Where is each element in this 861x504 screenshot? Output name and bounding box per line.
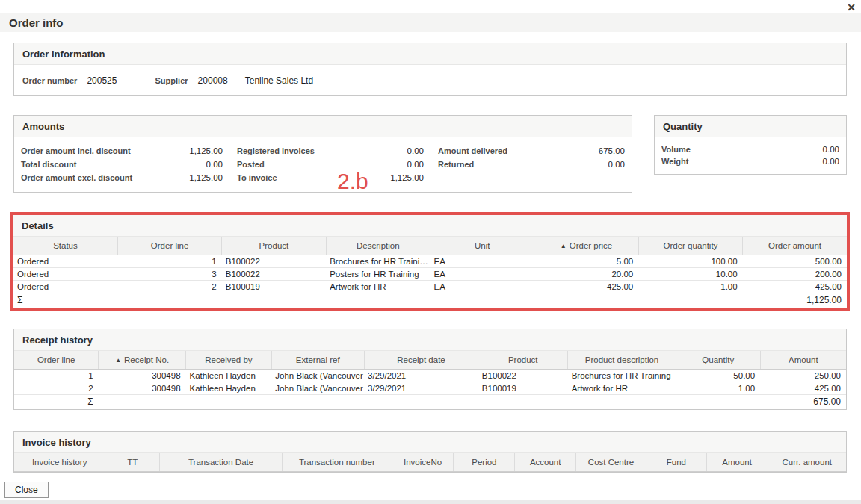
dialog-content: Order information Order number 200525 Su… — [13, 43, 847, 473]
dialog-title: Order info — [9, 16, 64, 29]
order-information-panel: Order information Order number 200525 Su… — [13, 43, 847, 96]
column-label: TT — [127, 458, 138, 467]
table-cell: Kathleen Hayden — [186, 370, 272, 382]
column-header-received-by[interactable]: Received by — [186, 351, 272, 370]
field-value: 0.00 — [823, 157, 839, 166]
column-header-product[interactable]: Product — [478, 351, 568, 370]
table-row[interactable]: Ordered3B100022Posters for HR TrainingEA… — [13, 268, 847, 281]
supplier-code: 200008 — [198, 75, 228, 86]
sum-cell — [99, 395, 186, 410]
column-header-amount[interactable]: Amount — [760, 351, 846, 370]
table-cell: B100022 — [222, 268, 326, 281]
sum-cell — [117, 293, 221, 308]
field-value: 0.00 — [823, 145, 839, 154]
table-row[interactable]: Ordered2B100019Artwork for HREA425.001.0… — [13, 281, 847, 293]
amounts-column-2: Registered invoices 0.00 Posted 0.00 To … — [237, 144, 424, 184]
table-cell: 425.00 — [534, 281, 638, 293]
table-cell: 1.00 — [638, 281, 742, 293]
column-label: Amount — [722, 458, 752, 467]
column-header-transaction-date[interactable]: Transaction Date — [160, 453, 283, 472]
table-cell: Brochures for HR Training — [568, 370, 676, 382]
table-row[interactable]: 2300498Kathleen HaydenJohn Black (Vancou… — [14, 382, 846, 395]
sum-cell — [271, 395, 364, 410]
table-cell: B100019 — [478, 382, 568, 395]
column-header-period[interactable]: Period — [454, 453, 515, 472]
table-cell: 5.00 — [534, 255, 638, 268]
close-button[interactable]: Close — [4, 482, 49, 498]
column-header-description[interactable]: Description — [326, 237, 430, 255]
column-header-fund[interactable]: Fund — [646, 453, 706, 472]
column-header-cost-centre[interactable]: Cost Centre — [576, 453, 646, 472]
field-label: Registered invoices — [237, 146, 315, 155]
column-header-status[interactable]: Status — [13, 237, 117, 255]
column-header-receipt-no[interactable]: ▲Receipt No. — [99, 351, 186, 370]
dialog-bottom-strip — [0, 500, 861, 504]
column-header-transaction-number[interactable]: Transaction number — [282, 453, 392, 472]
column-label: External ref — [296, 355, 340, 364]
order-information-title: Order information — [14, 43, 846, 65]
column-header-quantity[interactable]: Quantity — [676, 351, 760, 370]
table-cell: Artwork for HR — [326, 281, 430, 293]
column-label: InvoiceNo — [404, 458, 442, 467]
sum-cell — [364, 395, 478, 410]
table-cell: 500.00 — [743, 255, 847, 268]
table-cell: Ordered — [13, 255, 117, 268]
column-header-unit[interactable]: Unit — [430, 237, 534, 255]
column-header-order-line[interactable]: Order line — [14, 351, 99, 370]
table-cell: 2 — [14, 382, 99, 395]
quantity-field: Weight 0.00 — [661, 155, 839, 167]
column-header-invoice-history[interactable]: Invoice history — [14, 453, 105, 472]
column-header-product[interactable]: Product — [222, 237, 326, 255]
amount-field: Posted 0.00 — [237, 158, 424, 171]
dialog-close-button[interactable]: ✕ — [844, 0, 859, 15]
table-cell: John Black (Vancouver Of… — [271, 382, 364, 395]
table-cell: Ordered — [13, 281, 117, 293]
column-label: Received by — [205, 355, 252, 364]
column-label: Product — [259, 241, 289, 250]
table-cell: 50.00 — [676, 370, 760, 382]
table-cell: B100022 — [222, 255, 326, 268]
field-value: 675.00 — [599, 146, 625, 155]
column-label: Curr. amount — [783, 458, 832, 467]
column-header-tt[interactable]: TT — [105, 453, 160, 472]
column-header-order-quantity[interactable]: Order quantity — [638, 237, 742, 255]
receipt-history-table: Order line▲Receipt No.Received byExterna… — [14, 351, 846, 409]
column-header-order-line[interactable]: Order line — [117, 237, 221, 255]
sum-row: Σ1,125.00 — [13, 293, 847, 308]
column-header-receipt-date[interactable]: Receipt date — [364, 351, 478, 370]
table-cell: 10.00 — [638, 268, 742, 281]
column-header-curr-amount[interactable]: Curr. amount — [768, 453, 846, 472]
table-row[interactable]: 1300498Kathleen HaydenJohn Black (Vancou… — [14, 370, 846, 382]
field-label: Total discount — [21, 160, 76, 169]
sort-ascending-icon: ▲ — [115, 357, 121, 364]
sum-cell — [186, 395, 272, 410]
supplier-label: Supplier — [155, 76, 188, 85]
invoice-history-title: Invoice history — [14, 432, 846, 453]
column-header-invoiceno[interactable]: InvoiceNo — [392, 453, 454, 472]
column-header-account[interactable]: Account — [515, 453, 576, 472]
column-header-amount[interactable]: Amount — [706, 453, 768, 472]
column-label: Order price — [570, 241, 613, 250]
order-information-fields: Order number 200525 Supplier 200008 Tenl… — [14, 65, 846, 95]
sum-cell — [326, 293, 430, 308]
column-header-order-price[interactable]: ▲Order price — [534, 237, 638, 255]
column-label: Transaction Date — [188, 458, 253, 467]
column-label: Fund — [667, 458, 686, 467]
receipt-history-header-row: Order line▲Receipt No.Received byExterna… — [14, 351, 846, 370]
table-row[interactable]: Ordered1B100022Brochures for HR Traini…E… — [13, 255, 847, 268]
close-icon: ✕ — [847, 1, 856, 13]
amounts-column-1: Order amount incl. discount 1,125.00 Tot… — [21, 144, 223, 184]
amounts-quantity-row: Amounts Order amount incl. discount 1,12… — [13, 115, 847, 193]
table-cell: John Black (Vancouver Of… — [271, 370, 364, 382]
field-label: Posted — [237, 160, 265, 169]
amount-field: Order amount excl. discount 1,125.00 — [21, 171, 223, 184]
table-cell: 1.00 — [676, 382, 760, 395]
column-header-external-ref[interactable]: External ref — [271, 351, 364, 370]
column-label: Order line — [37, 355, 75, 364]
field-label: To invoice — [237, 173, 277, 182]
table-cell: 1 — [117, 255, 221, 268]
column-header-product-description[interactable]: Product description — [568, 351, 676, 370]
table-cell: B100019 — [222, 281, 326, 293]
dialog-title-bar: Order info — [0, 13, 861, 32]
column-header-order-amount[interactable]: Order amount — [743, 237, 847, 255]
